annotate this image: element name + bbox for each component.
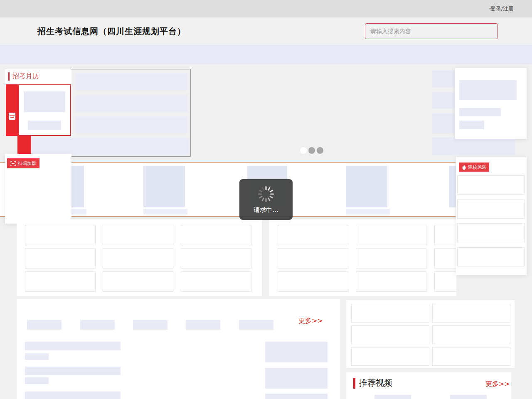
skeleton-bar <box>25 342 121 350</box>
red-bar-marker <box>8 72 10 81</box>
skeleton-row <box>76 117 187 133</box>
qr-group-panel: 扫码加群 <box>5 154 71 224</box>
skeleton-card <box>278 225 348 245</box>
skeleton-thumbnail <box>265 368 328 389</box>
skeleton-caption <box>143 209 187 214</box>
skeleton-thumbnail <box>450 395 487 399</box>
skeleton-card <box>25 248 96 268</box>
skeleton-card <box>434 271 456 292</box>
skeleton-image <box>143 166 185 207</box>
skeleton-card <box>356 225 426 245</box>
skeleton-row <box>76 74 187 90</box>
skeleton-card <box>278 271 348 292</box>
notice-panel-right <box>269 219 456 296</box>
skeleton-card <box>432 325 510 344</box>
skeleton-bar <box>25 367 121 375</box>
skeleton-tab <box>133 320 167 330</box>
skeleton-bar <box>459 108 501 116</box>
skeleton-card <box>103 225 173 245</box>
skeleton-bar <box>25 392 121 399</box>
skeleton-tab <box>186 320 220 330</box>
skeleton-bar <box>459 121 484 129</box>
carousel-dots <box>300 147 323 154</box>
calendar-vertical-tab[interactable] <box>6 84 18 136</box>
skeleton-thumbnail <box>374 395 411 399</box>
skeleton-card <box>351 347 429 366</box>
skeleton-tab <box>239 320 273 330</box>
skeleton-card <box>356 248 426 268</box>
links-panel <box>346 300 515 368</box>
skeleton-card <box>103 248 173 268</box>
flame-icon <box>462 165 466 170</box>
skeleton-card <box>25 271 96 292</box>
skeleton-thumbnail <box>265 394 328 399</box>
spinner-icon <box>257 185 275 203</box>
carousel-dot-3[interactable] <box>317 147 323 154</box>
skeleton-bar <box>25 377 49 384</box>
carousel-dot-2[interactable] <box>308 147 315 154</box>
skeleton-card <box>356 271 426 292</box>
skeleton-card <box>457 175 525 195</box>
news-more-link[interactable]: 更多>> <box>298 317 323 325</box>
calendar-tab-handle[interactable] <box>17 136 31 154</box>
calendar-title: 招考月历 <box>8 72 39 81</box>
nav-band <box>0 45 532 64</box>
videos-more-link[interactable]: 更多>> <box>485 380 510 389</box>
news-panel: 更多>> <box>17 299 340 399</box>
college-showcase-badge: 院校风采 <box>459 163 489 172</box>
carousel-dot-1[interactable] <box>300 147 307 154</box>
search-input[interactable] <box>365 24 498 39</box>
loading-overlay: 请求中... <box>239 179 293 220</box>
skeleton-card <box>103 271 173 292</box>
notice-panel-left <box>17 219 262 296</box>
skeleton-card <box>181 248 251 268</box>
skeleton-card <box>351 325 429 344</box>
skeleton-card <box>181 271 251 292</box>
topright-panel <box>455 68 527 139</box>
skeleton-card <box>181 225 251 245</box>
college-showcase-panel: 院校风采 <box>456 157 527 275</box>
skeleton-card <box>351 304 429 323</box>
skeleton-thumbnail <box>265 342 328 362</box>
skeleton-caption <box>346 209 390 214</box>
skeleton-block <box>459 80 517 100</box>
skeleton-card <box>434 225 456 245</box>
skeleton-card <box>457 223 525 242</box>
skeleton-card <box>432 304 510 323</box>
header: 招生考试信息网（四川生涯规划平台） <box>0 17 532 45</box>
login-register-link[interactable]: 登录/注册 <box>490 5 514 12</box>
skeleton-card <box>25 225 96 245</box>
loading-message: 请求中... <box>254 206 278 214</box>
skeleton-row <box>32 138 189 155</box>
recommended-videos-panel: 推荐视频 更多>> <box>346 372 511 399</box>
skeleton-card <box>434 248 456 268</box>
skeleton-block <box>24 91 65 112</box>
skeleton-block <box>28 121 61 130</box>
skeleton-card <box>432 347 510 366</box>
skeleton-image <box>346 166 387 207</box>
skeleton-tab <box>27 320 62 330</box>
red-bar-marker <box>353 378 355 389</box>
videos-title: 推荐视频 <box>353 377 392 389</box>
search-box <box>365 23 498 39</box>
skeleton-tab <box>80 320 115 330</box>
skeleton-card <box>457 247 525 266</box>
scan-icon <box>10 161 16 166</box>
skeleton-card <box>278 248 348 268</box>
site-title: 招生考试信息网（四川生涯规划平台） <box>37 26 186 37</box>
skeleton-card <box>457 200 525 219</box>
topbar: 登录/注册 <box>0 0 532 17</box>
calendar-box <box>18 84 71 136</box>
skeleton-row <box>76 95 187 112</box>
skeleton-bar <box>25 353 49 360</box>
calendar-widget: 招考月历 <box>5 69 71 84</box>
calendar-tab-glyph <box>9 113 15 120</box>
scan-join-group-badge[interactable]: 扫码加群 <box>7 158 39 168</box>
skeleton-block <box>432 138 515 155</box>
